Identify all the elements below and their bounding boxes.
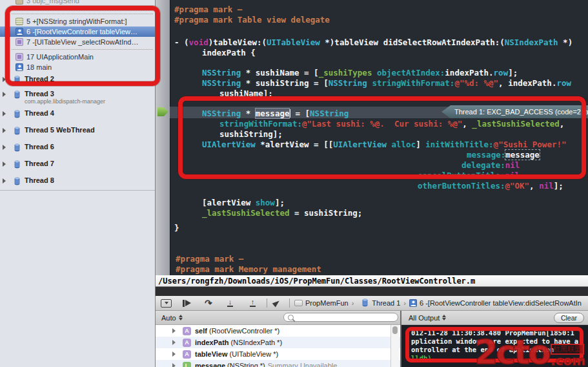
code-token: #pragma mark Table view delegate: [174, 15, 330, 25]
scrollbar-thumb[interactable]: [392, 326, 398, 334]
code-line: - (void)tableView:(UITableView *)tableVi…: [174, 37, 573, 47]
continue-button[interactable]: [183, 296, 191, 310]
code-line: #pragma mark Memory management: [176, 264, 321, 274]
xcode-debug-window: 3 objc_msgSend5 +[NSString stringWithFor…: [0, 0, 588, 367]
code-token: row: [494, 68, 509, 78]
debug-toolbar: ↷ ↓ ↑ PropMemFun›Thread 1›6 -[RootViewCo…: [156, 296, 588, 311]
code-token: row: [556, 78, 571, 88]
code-token: show: [256, 198, 275, 207]
debug-area-divider: [156, 287, 588, 296]
thread-row[interactable]: Thread 7: [0, 160, 155, 171]
breadcrumb-label: PropMemFun: [305, 299, 349, 307]
search-field[interactable]: [283, 313, 398, 322]
thread-row[interactable]: Thread 8: [0, 176, 155, 188]
scope-popup-label: Auto: [161, 314, 176, 322]
disclosure-triangle-icon[interactable]: [172, 351, 179, 357]
code-token: , indexPath.: [498, 78, 556, 88]
disclosure-triangle-icon[interactable]: [172, 363, 179, 367]
code-token: [372, 68, 377, 78]
code-token: = sushiString;: [289, 208, 362, 218]
thread-icon: [13, 160, 21, 171]
code-token: #pragma mark Memory management: [176, 264, 321, 274]
code-line: #pragma mark –: [176, 254, 243, 264]
popup-arrows-icon: [442, 315, 446, 320]
thread-label: Thread 5 WebThread: [25, 126, 95, 134]
code-token: @"%d: %@": [454, 78, 498, 88]
stack-frame[interactable]: 3 objc_msgSend: [0, 0, 155, 6]
code-token: NSIndexPath: [505, 37, 558, 47]
annotation-rect-editor: [178, 96, 586, 179]
variable-name: tableView: [195, 350, 228, 358]
thread-row[interactable]: Thread 3com.apple.libdispatch-manager: [0, 90, 155, 105]
popup-arrows-icon: [179, 315, 183, 320]
code-line: #pragma mark –: [174, 5, 242, 14]
search-input[interactable]: [294, 313, 389, 321]
disclosure-triangle-icon[interactable]: [3, 92, 9, 97]
variable-kind-icon: A: [183, 339, 191, 347]
variable-name: self: [195, 327, 207, 335]
code-token: ];: [508, 68, 518, 78]
variable-row[interactable]: AindexPath(NSIndexPath *): [156, 337, 400, 348]
code-token: nil: [539, 181, 554, 191]
thread-icon: [13, 176, 21, 188]
disclosure-triangle-icon[interactable]: [3, 145, 9, 150]
code-token: ];: [554, 181, 563, 191]
code-token: *)tableView didSelectRowAtIndexPath:(: [320, 37, 505, 47]
disclosure-triangle-icon[interactable]: [3, 178, 9, 184]
variables-scrollbar[interactable]: [390, 325, 399, 367]
thread-icon: [13, 126, 21, 138]
breadcrumb-item[interactable]: Thread 1: [357, 299, 400, 308]
console-output[interactable]: 012-11-28 11:30:38.480 PropMemFun[1850:1…: [401, 325, 588, 367]
variable-kind-icon: A: [183, 327, 191, 335]
scope-popup[interactable]: Auto: [161, 311, 183, 324]
variable-row[interactable]: Aself(RootViewController *): [156, 325, 400, 337]
code-token: }: [174, 223, 179, 233]
sidebar-separator: [0, 190, 155, 191]
variable-row[interactable]: Lmessage(NSString *)Summary Unavailable: [156, 360, 400, 367]
watermark: 2cto 红黑联盟 .com: [474, 339, 585, 366]
hide-debug-area-button[interactable]: [161, 296, 172, 310]
variable-row[interactable]: AtableView(UITableView *): [156, 348, 400, 360]
code-token: ];: [275, 198, 285, 207]
thread-label: Thread 8: [25, 176, 54, 185]
code-token: objectAtIndex:: [377, 68, 445, 78]
thread-row[interactable]: Thread 6: [0, 143, 155, 154]
code-token: #pragma mark –: [176, 254, 243, 264]
watermark-logo: 2cto: [474, 339, 549, 366]
breadcrumb-item[interactable]: PropMemFun: [294, 299, 349, 307]
annotation-rect-sidebar: [5, 6, 160, 86]
code-token: UITableView: [267, 37, 320, 47]
disclosure-triangle-icon[interactable]: [3, 111, 9, 116]
code-token: otherButtonTitles:: [418, 181, 505, 191]
thread-label: Thread 6: [25, 143, 54, 151]
code-token: indexPath.: [445, 68, 493, 78]
code-line: NSString * sushiString = [NSString strin…: [202, 78, 571, 88]
code-token: [alertView: [202, 198, 256, 207]
variables-view: Aself(RootViewController *)AindexPath(NS…: [156, 325, 400, 367]
thread-row[interactable]: Thread 4: [0, 109, 155, 121]
clear-button[interactable]: Clear: [554, 313, 584, 323]
app-icon: [294, 300, 303, 306]
disclosure-triangle-icon[interactable]: [172, 340, 179, 345]
frame-label: 3 objc_msgSend: [26, 0, 79, 5]
output-popup[interactable]: All Output: [409, 311, 446, 324]
disclosure-triangle-icon[interactable]: [172, 328, 179, 333]
breadcrumb-item[interactable]: 6 -[RootViewController tableView:didSele…: [409, 299, 582, 307]
thread-row[interactable]: Thread 5 WebThread: [0, 126, 155, 138]
breadcrumb-label: Thread 1: [372, 299, 400, 307]
code-line: [alertView show];: [202, 198, 285, 207]
breadcrumb-label: 6 -[RootViewController tableView:didSele…: [420, 299, 582, 307]
disclosure-triangle-icon[interactable]: [3, 128, 9, 133]
output-popup-label: All Output: [409, 314, 440, 322]
step-out-button[interactable]: ↑: [250, 296, 256, 310]
variable-type: (NSString *): [227, 362, 265, 367]
disclosure-triangle-icon[interactable]: [3, 162, 9, 167]
person-icon: [409, 299, 417, 307]
step-into-button[interactable]: ↓: [227, 296, 233, 310]
code-token: _lastSushiSelected: [202, 208, 289, 218]
simulate-location-button[interactable]: [273, 296, 280, 310]
code-token: )tableView:(: [208, 37, 267, 47]
variable-name: message: [195, 362, 225, 367]
step-over-button[interactable]: ↷: [205, 296, 212, 310]
code-token: indexPath {: [202, 48, 256, 58]
